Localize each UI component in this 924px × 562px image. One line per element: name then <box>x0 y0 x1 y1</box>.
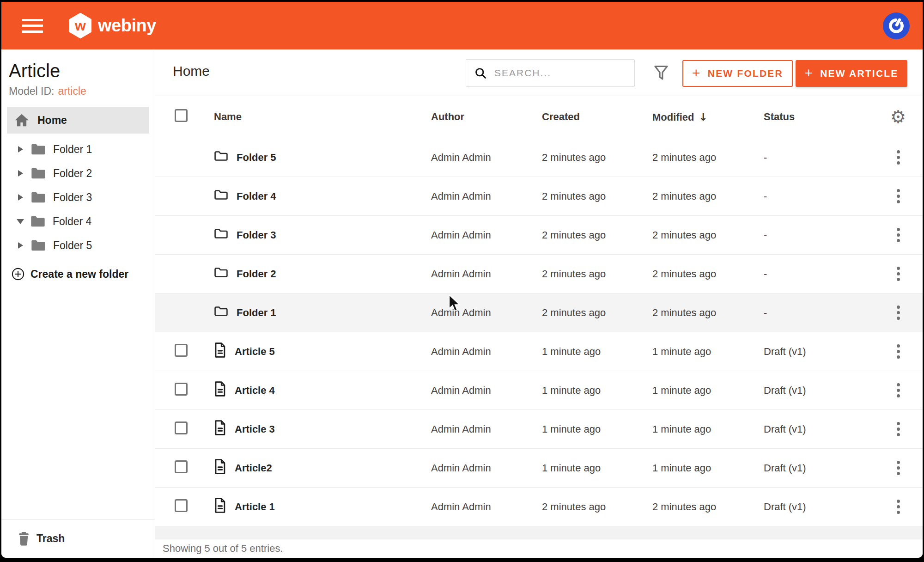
gravatar-power-icon <box>888 18 905 34</box>
entry-created: 1 minute ago <box>542 346 652 358</box>
folder-icon <box>214 305 228 320</box>
table-row[interactable]: Article 5 Admin Admin 1 minute ago 1 min… <box>155 332 923 371</box>
sidebar-folder-item-4[interactable]: Folder 4 <box>1 209 155 233</box>
entry-created: 1 minute ago <box>542 462 652 474</box>
sidebar-folder-item-1[interactable]: Folder 1 <box>1 137 155 161</box>
list-bottom-track <box>155 526 923 539</box>
document-icon <box>214 381 226 399</box>
entry-name: Article 3 <box>235 423 275 435</box>
sidebar-folder-item-5[interactable]: Folder 5 <box>1 233 155 257</box>
row-checkbox[interactable] <box>175 344 188 357</box>
row-actions-kebab-icon[interactable] <box>874 305 923 320</box>
entry-modified: 2 minutes ago <box>652 307 764 319</box>
column-header-status[interactable]: Status <box>764 111 874 123</box>
sidebar-folder-item-2[interactable]: Folder 2 <box>1 161 155 185</box>
plus-icon: + <box>692 65 701 81</box>
sidebar-item-trash[interactable]: Trash <box>1 519 155 558</box>
model-id-value: article <box>58 85 86 97</box>
entry-author: Admin Admin <box>431 385 542 397</box>
create-new-folder-button[interactable]: Create a new folder <box>1 268 155 281</box>
entry-created: 2 minutes ago <box>542 268 652 280</box>
entry-author: Admin Admin <box>431 462 542 474</box>
entry-author: Admin Admin <box>431 501 542 513</box>
new-folder-button[interactable]: + NEW FOLDER <box>682 60 793 87</box>
sidebar-item-home[interactable]: Home <box>7 107 149 134</box>
entry-created: 2 minutes ago <box>542 190 652 202</box>
table-row[interactable]: Article 3 Admin Admin 1 minute ago 1 min… <box>155 410 923 449</box>
plus-icon: + <box>805 65 814 81</box>
row-actions-kebab-icon[interactable] <box>874 228 923 242</box>
row-actions-kebab-icon[interactable] <box>874 422 923 436</box>
row-actions-kebab-icon[interactable] <box>874 267 923 281</box>
entry-status: - <box>764 268 874 280</box>
caret-icon[interactable] <box>17 219 24 224</box>
row-checkbox[interactable] <box>175 383 188 396</box>
table-body: Folder 5 Admin Admin 2 minutes ago 2 min… <box>155 138 923 526</box>
filter-button[interactable] <box>654 65 669 83</box>
entry-name: Article 1 <box>235 501 275 513</box>
row-checkbox[interactable] <box>175 460 188 473</box>
table-row[interactable]: Folder 2 Admin Admin 2 minutes ago 2 min… <box>155 255 923 293</box>
hamburger-menu-icon[interactable] <box>22 19 44 33</box>
table-row[interactable]: Folder 3 Admin Admin 2 minutes ago 2 min… <box>155 216 923 255</box>
entry-status: Draft (v1) <box>764 462 874 474</box>
sidebar-folder-item-3[interactable]: Folder 3 <box>1 185 155 209</box>
folder-icon <box>31 167 46 179</box>
table-row[interactable]: Folder 1 Admin Admin 2 minutes ago 2 min… <box>155 293 923 332</box>
column-header-name[interactable]: Name <box>214 111 431 123</box>
entry-created: 2 minutes ago <box>542 501 652 513</box>
column-header-created[interactable]: Created <box>542 111 652 123</box>
search-icon <box>474 67 487 79</box>
caret-icon[interactable] <box>18 170 23 177</box>
entry-name: Folder 4 <box>237 190 276 202</box>
entry-author: Admin Admin <box>431 152 542 164</box>
table-row[interactable]: Article2 Admin Admin 1 minute ago 1 minu… <box>155 449 923 488</box>
entry-status: Draft (v1) <box>764 346 874 358</box>
trash-label: Trash <box>36 532 65 545</box>
entry-modified: 2 minutes ago <box>652 501 764 513</box>
table-row[interactable]: Article 4 Admin Admin 1 minute ago 1 min… <box>155 371 923 410</box>
row-actions-kebab-icon[interactable] <box>874 383 923 397</box>
entry-created: 2 minutes ago <box>542 307 652 319</box>
entry-modified: 1 minute ago <box>652 385 764 397</box>
sidebar: Article Model ID:article Home Folder 1 <box>1 49 155 558</box>
entry-author: Admin Admin <box>431 307 542 319</box>
row-actions-kebab-icon[interactable] <box>874 500 923 514</box>
table-settings-gear-icon[interactable]: ⚙ <box>874 108 923 126</box>
folder-icon <box>214 266 228 281</box>
entry-modified: 1 minute ago <box>652 462 764 474</box>
column-header-author[interactable]: Author <box>431 111 542 123</box>
entry-name: Folder 1 <box>237 307 276 319</box>
row-actions-kebab-icon[interactable] <box>874 461 923 475</box>
row-actions-kebab-icon[interactable] <box>874 150 923 165</box>
search-input[interactable] <box>494 60 634 86</box>
entry-modified: 1 minute ago <box>652 423 764 435</box>
entry-name: Article2 <box>235 462 272 474</box>
folder-label: Folder 1 <box>53 143 92 156</box>
row-actions-kebab-icon[interactable] <box>874 344 923 359</box>
caret-icon[interactable] <box>18 242 23 249</box>
entry-status: - <box>764 190 874 202</box>
entries-footer: Showing 5 out of 5 entries. <box>155 539 923 558</box>
model-id: Model ID:article <box>9 85 147 98</box>
entry-created: 1 minute ago <box>542 385 652 397</box>
table-row[interactable]: Article 1 Admin Admin 2 minutes ago 2 mi… <box>155 488 923 526</box>
brand-wordmark: webiny <box>98 16 156 36</box>
caret-icon[interactable] <box>18 194 23 201</box>
page-title: Home <box>173 63 210 79</box>
new-article-button[interactable]: + NEW ARTICLE <box>796 60 907 87</box>
folder-label: Folder 5 <box>53 239 92 252</box>
column-header-modified[interactable]: Modified↓ <box>652 111 764 123</box>
table-row[interactable]: Folder 4 Admin Admin 2 minutes ago 2 min… <box>155 177 923 216</box>
caret-icon[interactable] <box>18 146 23 153</box>
entry-status: - <box>764 307 874 319</box>
entry-created: 1 minute ago <box>542 423 652 435</box>
row-checkbox[interactable] <box>175 499 188 512</box>
entry-author: Admin Admin <box>431 423 542 435</box>
user-avatar[interactable] <box>883 12 910 39</box>
select-all-checkbox[interactable] <box>175 109 188 122</box>
entry-status: - <box>764 229 874 241</box>
row-checkbox[interactable] <box>175 422 188 434</box>
table-row[interactable]: Folder 5 Admin Admin 2 minutes ago 2 min… <box>155 138 923 177</box>
row-actions-kebab-icon[interactable] <box>874 189 923 203</box>
